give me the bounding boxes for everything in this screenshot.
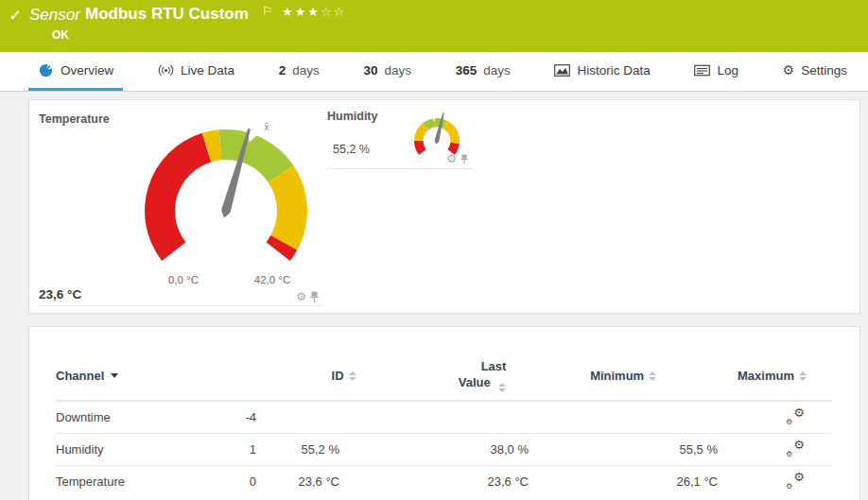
temperature-card-title: Temperature bbox=[39, 112, 110, 126]
temperature-axis-min-label: 0,0 °C bbox=[150, 274, 217, 285]
column-header-id[interactable]: ID bbox=[206, 369, 356, 383]
tab-settings-label: Settings bbox=[801, 63, 847, 78]
channel-last-value: 55,2 % bbox=[256, 442, 339, 457]
sensor-title: Modbus RTU Custom bbox=[85, 5, 249, 24]
channel-name: Humidity bbox=[56, 442, 231, 457]
channel-settings-gear-icon[interactable]: ⚙ bbox=[296, 290, 306, 303]
sort-icon bbox=[649, 371, 656, 381]
column-header-minimum[interactable]: Minimum bbox=[506, 369, 656, 383]
humidity-card-actions: ⚙ bbox=[446, 152, 468, 165]
tab-bar: Overview Live Data 2 days 30 days 365 da… bbox=[0, 52, 868, 92]
channel-id: -4 bbox=[231, 410, 256, 424]
tab-overview[interactable]: Overview bbox=[28, 52, 123, 91]
tab-log-label: Log bbox=[717, 63, 738, 78]
sort-icon bbox=[799, 371, 807, 381]
channel-table-panel: Channel ID Last Value Minimum Maximum Do… bbox=[28, 326, 860, 500]
svg-text:x̄: x̄ bbox=[264, 121, 269, 132]
tab-2-days[interactable]: 2 days bbox=[269, 52, 329, 91]
tab-30-days-number: 30 bbox=[363, 63, 377, 78]
pin-icon[interactable] bbox=[310, 291, 319, 303]
tab-365-days-unit: days bbox=[483, 63, 511, 78]
sort-caret-down-icon bbox=[111, 373, 118, 378]
object-kind-label: Sensor bbox=[29, 6, 80, 25]
column-header-last-label: Last bbox=[481, 359, 507, 373]
tab-historic-data[interactable]: Historic Data bbox=[545, 52, 659, 91]
gauges-panel: Temperature x̄ 0,0 °C 42,0 °C 23,6 °C ⚙ … bbox=[28, 99, 860, 314]
tab-2-days-number: 2 bbox=[279, 63, 286, 78]
tab-log[interactable]: Log bbox=[685, 52, 748, 91]
pin-icon[interactable] bbox=[460, 154, 468, 164]
sensor-status-header: ✓ Sensor Modbus RTU Custom ⚐ ★★★☆☆ OK bbox=[0, 0, 868, 52]
log-list-icon bbox=[694, 63, 710, 78]
humidity-gauge-card: Humidity 55,2 % ⚙ bbox=[327, 105, 474, 169]
tab-overview-label: Overview bbox=[61, 63, 113, 78]
priority-stars[interactable]: ★★★☆☆ bbox=[282, 5, 346, 19]
gauge-icon bbox=[38, 63, 54, 78]
table-row-humidity: Humidity 1 55,2 % 38,0 % 55,5 % ⚙⚙ bbox=[56, 433, 831, 465]
channel-minimum: 23,6 °C bbox=[339, 474, 529, 489]
column-header-maximum[interactable]: Maximum bbox=[656, 369, 807, 383]
tab-live-data-label: Live Data bbox=[181, 63, 234, 78]
channel-name: Temperature bbox=[56, 474, 231, 489]
channel-maximum: 55,5 % bbox=[529, 442, 718, 457]
sort-icon bbox=[349, 371, 356, 381]
channel-minimum: 38,0 % bbox=[339, 442, 529, 457]
temperature-gauge: x̄ bbox=[131, 119, 321, 294]
tab-365-days-number: 365 bbox=[456, 63, 477, 78]
channel-id: 1 bbox=[231, 442, 256, 457]
temperature-current-value: 23,6 °C bbox=[39, 287, 81, 302]
table-row-downtime: Downtime -4 ⚙⚙ bbox=[56, 401, 831, 433]
tab-365-days[interactable]: 365 days bbox=[446, 52, 520, 91]
channel-settings-gears-icon[interactable]: ⚙⚙ bbox=[786, 473, 805, 489]
humidity-current-value: 55,2 % bbox=[333, 143, 370, 156]
column-header-channel[interactable]: Channel bbox=[56, 369, 206, 383]
priority-flag-icon: ⚐ bbox=[262, 4, 273, 18]
channel-settings-gears-icon[interactable]: ⚙⚙ bbox=[786, 440, 805, 457]
area-chart-icon bbox=[554, 63, 570, 78]
channel-settings-gears-icon[interactable]: ⚙⚙ bbox=[786, 408, 805, 424]
humidity-gauge bbox=[408, 108, 468, 157]
column-header-value-label: Value bbox=[459, 375, 491, 389]
ok-check-icon: ✓ bbox=[9, 6, 22, 26]
tab-settings[interactable]: ⚙ Settings bbox=[773, 52, 857, 91]
channel-maximum: 26,1 °C bbox=[529, 474, 718, 489]
temperature-card-actions: ⚙ bbox=[296, 290, 319, 303]
table-row-temperature: Temperature 0 23,6 °C 23,6 °C 26,1 °C ⚙⚙ bbox=[56, 465, 831, 497]
temperature-axis-max-label: 42,0 °C bbox=[239, 274, 305, 285]
humidity-card-title: Humidity bbox=[327, 110, 377, 123]
channel-last-value: 23,6 °C bbox=[256, 474, 339, 489]
tab-2-days-unit: days bbox=[292, 63, 320, 78]
column-header-minimum-label: Minimum bbox=[590, 369, 644, 383]
column-header-last-value[interactable]: Last Value bbox=[356, 359, 507, 391]
tab-30-days[interactable]: 30 days bbox=[354, 52, 421, 91]
channel-id: 0 bbox=[231, 474, 256, 489]
channel-settings-gear-icon[interactable]: ⚙ bbox=[446, 152, 457, 165]
channel-name: Downtime bbox=[56, 410, 231, 424]
live-broadcast-icon bbox=[158, 63, 174, 78]
temperature-gauge-card: Temperature x̄ 0,0 °C 42,0 °C 23,6 °C ⚙ bbox=[39, 108, 322, 306]
tab-30-days-unit: days bbox=[384, 63, 411, 78]
column-header-channel-label: Channel bbox=[56, 369, 104, 383]
tab-live-data[interactable]: Live Data bbox=[148, 52, 244, 91]
column-header-maximum-label: Maximum bbox=[738, 369, 794, 383]
sort-icon bbox=[498, 383, 506, 392]
column-header-id-label: ID bbox=[332, 369, 344, 383]
gear-icon: ⚙ bbox=[783, 63, 795, 77]
status-badge: OK bbox=[52, 28, 69, 42]
tab-historic-data-label: Historic Data bbox=[577, 63, 650, 78]
channel-table-header: Channel ID Last Value Minimum Maximum bbox=[56, 327, 833, 401]
